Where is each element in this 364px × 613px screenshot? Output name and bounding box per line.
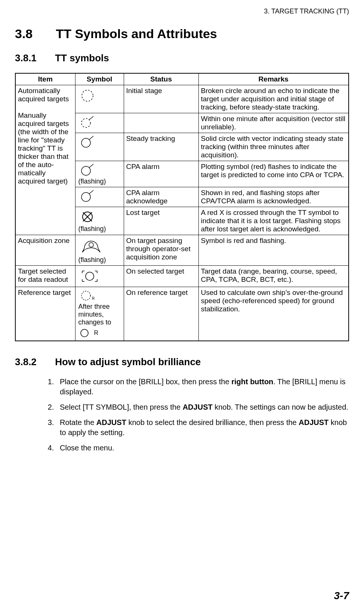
step-bold: ADJUST xyxy=(96,418,126,426)
table-header-row: Item Symbol Status Remarks xyxy=(15,73,349,85)
svg-point-0 xyxy=(82,90,93,101)
cell-remarks: Shown in red, and flashing stops after C… xyxy=(198,187,349,207)
header-status: Status xyxy=(124,73,198,85)
cell-remarks: Symbol is red and flashing. xyxy=(198,235,349,266)
svg-text:R: R xyxy=(92,296,95,301)
header-remarks: Remarks xyxy=(198,73,349,85)
step-bold: right button xyxy=(231,378,273,386)
page: 3. TARGET TRACKING (TT) 3.8 TT Symbols a… xyxy=(0,0,364,613)
list-item: Rotate the ADJUST knob to select the des… xyxy=(56,418,349,438)
subsection-number: 3.8.2 xyxy=(15,356,52,368)
step-bold: ADJUST xyxy=(183,403,213,411)
svg-line-6 xyxy=(89,164,93,168)
cell-status: Lost target xyxy=(124,207,198,235)
header-symbol: Symbol xyxy=(75,73,124,85)
table-row: Acquisition zone (flashing) On target pa… xyxy=(15,235,349,266)
cell-status: CPA alarm xyxy=(124,161,198,187)
cell-status: On target passing through operator-set a… xyxy=(124,235,198,266)
cell-item: Target selected for data readout xyxy=(15,266,75,287)
steps-list: Place the cursor on the [BRILL] box, the… xyxy=(15,377,349,453)
cell-symbol xyxy=(75,133,124,161)
section-heading: 3.8 TT Symbols and Attributes xyxy=(15,27,349,41)
solid-circle-vector-icon xyxy=(79,135,121,149)
cell-status: On reference target xyxy=(124,287,198,341)
svg-line-4 xyxy=(89,136,93,140)
symbol-note: (flashing) xyxy=(78,256,121,264)
table-row: Reference target R After three minutes, … xyxy=(15,287,349,341)
cell-remarks: Plotting symbol (red) flashes to indicat… xyxy=(198,161,349,187)
cell-remarks: Solid circle with vector indicating stea… xyxy=(198,133,349,161)
reference-target-dashed-icon: R xyxy=(79,289,121,302)
cell-symbol xyxy=(75,266,124,287)
list-item: Place the cursor on the [BRILL] box, the… xyxy=(56,377,349,397)
cell-symbol xyxy=(75,113,124,133)
cpa-alarm-ack-icon xyxy=(79,190,121,203)
broken-circle-icon xyxy=(79,87,121,104)
subsection-title: TT symbols xyxy=(55,52,109,64)
svg-line-8 xyxy=(89,190,93,194)
step-text: Select [TT SYMBOL], then press the xyxy=(60,403,183,411)
step-text: knob to select the desired brilliance, t… xyxy=(126,418,299,426)
cell-remarks: Broken circle around an echo to indicate… xyxy=(198,85,349,113)
cell-symbol xyxy=(75,85,124,113)
symbol-r-label: R xyxy=(94,330,99,336)
cell-status: CPA alarm acknowledge xyxy=(124,187,198,207)
step-text: Rotate the xyxy=(60,418,96,426)
page-number: 3-7 xyxy=(334,590,349,602)
step-text: knob. The settings can now be adjusted. xyxy=(213,403,348,411)
section-title: TT Symbols and Attributes xyxy=(56,27,217,41)
symbol-note: After three minutes, changes to xyxy=(78,303,121,326)
svg-point-13 xyxy=(86,272,94,280)
cell-remarks: A red X is crossed through the TT symbol… xyxy=(198,207,349,235)
header-item: Item xyxy=(15,73,75,85)
symbol-note: (flashing) xyxy=(78,178,121,185)
step-bold: ADJUST xyxy=(299,418,328,426)
cell-status: On selected target xyxy=(124,266,198,287)
step-text: Close the menu. xyxy=(60,444,114,452)
broken-circle-vector-icon xyxy=(79,115,121,129)
symbols-table: Item Symbol Status Remarks Automatically… xyxy=(15,73,349,341)
list-item: Select [TT SYMBOL], then press the ADJUS… xyxy=(56,402,349,412)
cell-remarks: Within one minute after acquisition (vec… xyxy=(198,113,349,133)
cpa-alarm-flashing-icon xyxy=(79,163,121,177)
cell-symbol: R After three minutes, changes to R xyxy=(75,287,124,341)
cell-symbol: (flashing) xyxy=(75,235,124,266)
table-row: Automatically acquired targets Manually … xyxy=(15,85,349,113)
symbol-note: (flashing) xyxy=(78,225,121,233)
running-header: 3. TARGET TRACKING (TT) xyxy=(15,7,349,15)
selected-target-icon xyxy=(79,268,121,284)
svg-point-16 xyxy=(81,329,88,337)
cell-item: Automatically acquired targets Manually … xyxy=(15,85,75,235)
reference-target-solid-icon: R xyxy=(79,328,121,338)
lost-target-icon xyxy=(79,209,121,224)
svg-line-2 xyxy=(89,116,93,120)
cell-status: Initial stage xyxy=(124,85,198,113)
cell-status xyxy=(124,113,198,133)
list-item: Close the menu. xyxy=(56,443,349,453)
cell-symbol xyxy=(75,187,124,207)
acquisition-zone-icon xyxy=(79,237,121,255)
cell-remarks: Target data (range, bearing, course, spe… xyxy=(198,266,349,287)
cell-symbol: (flashing) xyxy=(75,207,124,235)
svg-point-14 xyxy=(81,291,90,300)
step-text: Place the cursor on the [BRILL] box, the… xyxy=(60,378,231,386)
cell-item: Reference target xyxy=(15,287,75,341)
subsection-number: 3.8.1 xyxy=(15,52,52,64)
cell-remarks: Used to calculate own ship’s over-the-gr… xyxy=(198,287,349,341)
subsection-heading: 3.8.2 How to adjust symbol brilliance xyxy=(15,356,349,368)
cell-item: Acquisition zone xyxy=(15,235,75,266)
cell-symbol: (flashing) xyxy=(75,161,124,187)
subsection-title: How to adjust symbol brilliance xyxy=(55,356,201,367)
subsection-heading: 3.8.1 TT symbols xyxy=(15,52,349,64)
svg-point-12 xyxy=(89,243,93,247)
table-row: Target selected for data readout On sele… xyxy=(15,266,349,287)
section-number: 3.8 xyxy=(15,27,52,41)
cell-status: Steady tracking xyxy=(124,133,198,161)
